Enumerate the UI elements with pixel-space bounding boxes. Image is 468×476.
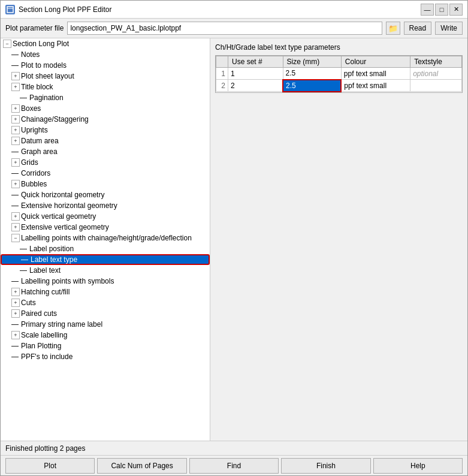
textstyle-2[interactable] (410, 80, 462, 92)
row-num-1: 1 (216, 68, 228, 80)
tree-item-paired-cuts[interactable]: + Paired cuts (1, 308, 210, 319)
tree-item-label-position[interactable]: — Label position (1, 243, 210, 254)
scale-expander[interactable]: + (11, 331, 20, 339)
main-window: Section Long Plot PPF Editor — □ ✕ Plot … (0, 0, 468, 476)
tree-root[interactable]: − Section Long Plot (1, 38, 210, 49)
write-button[interactable]: Write (435, 22, 463, 35)
tree-item-labelling-points[interactable]: − Labelling points with chainage/height/… (1, 233, 210, 243)
cuts-expander[interactable]: + (11, 299, 20, 307)
leaf-spacer: — (11, 169, 20, 177)
root-expander[interactable]: − (3, 40, 11, 48)
size-1[interactable]: 2.5 (283, 68, 341, 80)
minimize-button[interactable]: — (421, 4, 434, 16)
row-num-2: 2 (216, 80, 228, 92)
params-table: Use set # Size (mm) Colour Textstyle 1 1… (216, 56, 462, 92)
col-header-size: Size (mm) (283, 56, 341, 68)
table-row: 2 2 2.5 ppf text small (216, 80, 462, 92)
leaf-spacer: — (11, 342, 20, 350)
tree-item-primary-string[interactable]: — Primary string name label (1, 319, 210, 330)
leaf-spacer: — (11, 277, 20, 285)
title-block-expander[interactable]: + (11, 83, 20, 91)
use-set-1[interactable]: 1 (228, 68, 283, 80)
finish-button[interactable]: Finish (281, 458, 370, 474)
tree-item-ppfs[interactable]: — PPF's to include (1, 351, 210, 362)
leaf-spacer: — (20, 245, 28, 253)
datum-area-expander[interactable]: + (11, 137, 20, 145)
tree-root-label: Section Long Plot (13, 40, 69, 48)
ext-vert-expander[interactable]: + (11, 223, 20, 231)
tree-item-graph-area[interactable]: — Graph area (1, 146, 210, 157)
leaf-spacer: — (11, 201, 20, 210)
tree-item-scale-labelling[interactable]: + Scale labelling (1, 330, 210, 341)
tree-item-label-text-type[interactable]: — Label text type (1, 254, 210, 265)
plot-button[interactable]: Plot (5, 458, 95, 474)
tree-item-ext-horiz[interactable]: — Extensive horizontal geometry (1, 200, 210, 211)
col-header-empty (216, 56, 228, 68)
labelling-expander[interactable]: − (11, 234, 20, 242)
leaf-spacer: — (11, 50, 20, 59)
window-title: Section Long Plot PPF Editor (19, 5, 417, 14)
tree-item-hatching[interactable]: + Hatching cut/fill (1, 287, 210, 297)
size-2[interactable]: 2.5 (283, 80, 341, 92)
tree-item-chainage[interactable]: + Chainage/Staggering (1, 114, 210, 125)
tree-item-uprights[interactable]: + Uprights (1, 125, 210, 135)
tree-item-corridors[interactable]: — Corridors (1, 168, 210, 179)
tree-panel: − Section Long Plot — Notes — Plot to mo… (1, 38, 210, 441)
tree-item-labelling-symbols[interactable]: — Labelling points with symbols (1, 276, 210, 287)
title-bar: Section Long Plot PPF Editor — □ ✕ (1, 1, 467, 19)
tree-item-label-text[interactable]: — Label text (1, 265, 210, 276)
tree-item-datum-area[interactable]: + Datum area (1, 135, 210, 146)
leaf-spacer: — (11, 61, 20, 70)
maximize-button[interactable]: □ (435, 4, 448, 16)
tree-item-quick-horiz[interactable]: — Quick horizontal geometry (1, 189, 210, 200)
tree-item-pagination[interactable]: — Pagination (1, 92, 210, 103)
tree-item-notes[interactable]: — Notes (1, 49, 210, 60)
use-set-2[interactable]: 2 (228, 80, 283, 92)
col-header-use-set: Use set # (228, 56, 283, 68)
textstyle-1[interactable]: optional (410, 68, 462, 80)
param-file-label: Plot parameter file (5, 24, 64, 32)
hatching-expander[interactable]: + (11, 288, 20, 296)
plot-sheet-expander[interactable]: + (11, 72, 20, 80)
table-row: 1 1 2.5 ppf text small optional (216, 68, 462, 80)
tree-item-cuts[interactable]: + Cuts (1, 297, 210, 308)
right-panel-title: Ch/Ht/Grade label text type parameters (215, 43, 463, 52)
tree-item-title-block[interactable]: + Title block (1, 82, 210, 92)
boxes-expander[interactable]: + (11, 104, 20, 113)
quick-vert-expander[interactable]: + (11, 212, 20, 221)
grids-expander[interactable]: + (11, 158, 20, 167)
col-header-colour: Colour (341, 56, 410, 68)
colour-2[interactable]: ppf text small (341, 80, 410, 92)
bubbles-expander[interactable]: + (11, 180, 20, 188)
status-bar: Finished plotting 2 pages (1, 441, 467, 455)
help-button[interactable]: Help (373, 458, 463, 474)
param-file-input[interactable] (67, 22, 382, 35)
paired-cuts-expander[interactable]: + (11, 309, 20, 318)
tree-item-plan-plotting[interactable]: — Plan Plotting (1, 341, 210, 351)
bottom-buttons: Plot Calc Num of Pages Find Finish Help (1, 455, 467, 475)
params-table-container: Use set # Size (mm) Colour Textstyle 1 1… (215, 55, 463, 93)
read-button[interactable]: Read (404, 22, 432, 35)
label-text-type-label: Label text type (31, 255, 77, 264)
tree-item-plot-to-models[interactable]: — Plot to models (1, 60, 210, 71)
folder-button[interactable]: 📁 (386, 22, 400, 35)
tree-item-ext-vert[interactable]: + Extensive vertical geometry (1, 222, 210, 233)
calc-num-pages-button[interactable]: Calc Num of Pages (97, 458, 186, 474)
tree-item-quick-vert[interactable]: + Quick vertical geometry (1, 211, 210, 222)
leaf-spacer: — (11, 353, 20, 361)
tree-item-plot-sheet-layout[interactable]: + Plot sheet layout (1, 71, 210, 82)
uprights-expander[interactable]: + (11, 126, 20, 134)
tree-item-bubbles[interactable]: + Bubbles (1, 179, 210, 189)
close-button[interactable]: ✕ (449, 4, 463, 16)
col-header-textstyle: Textstyle (410, 56, 462, 68)
toolbar: Plot parameter file 📁 Read Write (1, 19, 467, 38)
tree-item-boxes[interactable]: + Boxes (1, 103, 210, 114)
chainage-expander[interactable]: + (11, 115, 20, 123)
colour-1[interactable]: ppf text small (341, 68, 410, 80)
leaf-spacer: — (11, 147, 20, 156)
status-text: Finished plotting 2 pages (5, 444, 85, 453)
main-content: − Section Long Plot — Notes — Plot to mo… (1, 38, 467, 441)
find-button[interactable]: Find (189, 458, 279, 474)
tree-item-grids[interactable]: + Grids (1, 157, 210, 168)
leaf-spacer: — (11, 191, 20, 199)
